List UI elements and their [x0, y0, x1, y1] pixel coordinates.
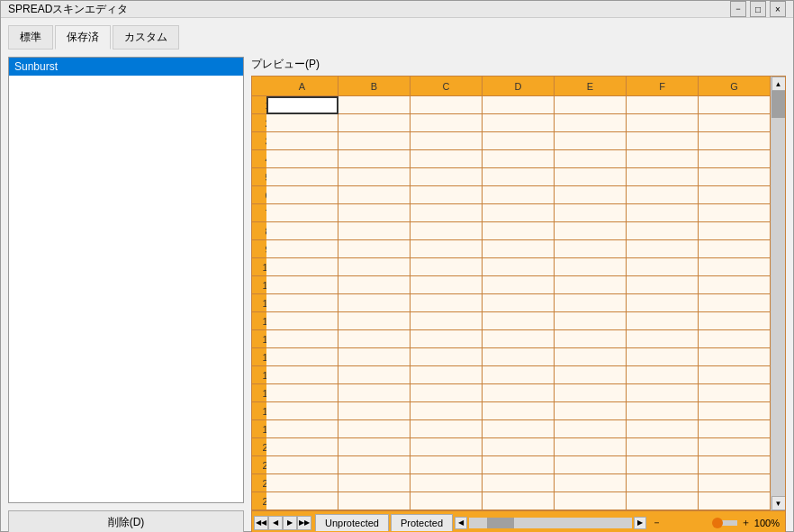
title-bar-controls: － □ ×	[730, 1, 786, 17]
horiz-scroll-thumb[interactable]	[487, 518, 514, 528]
tab-custom[interactable]: カスタム	[113, 25, 179, 50]
col-header-f: F	[627, 77, 699, 96]
grid-rows	[266, 96, 771, 510]
spreadsheet: 1 2 3 4 5 6 7 8 9 10 11	[251, 76, 786, 532]
zoom-slider[interactable]	[665, 520, 737, 526]
sheet-nav-first[interactable]: ◀◀	[254, 516, 268, 530]
table-row	[266, 294, 771, 312]
zoom-slider-fill	[665, 520, 716, 526]
cell-b1[interactable]	[338, 96, 411, 114]
table-row	[266, 96, 771, 114]
table-row	[266, 312, 771, 330]
table-row	[266, 168, 771, 186]
zoom-minus-button[interactable]: －	[652, 516, 662, 529]
col-header-b: B	[338, 77, 411, 96]
horiz-scroll-track[interactable]	[469, 518, 632, 528]
title-bar: SPREADスキンエディタ － □ ×	[1, 1, 793, 18]
scroll-down-button[interactable]: ▼	[771, 496, 786, 510]
scroll-track[interactable]	[771, 91, 786, 496]
zoom-slider-thumb[interactable]	[712, 518, 723, 528]
table-row	[266, 366, 771, 384]
sheet-nav-buttons: ◀◀ ◀ ▶ ▶▶	[254, 516, 311, 530]
col-header-d: D	[483, 77, 555, 96]
cell-f1[interactable]	[627, 96, 699, 114]
table-row	[266, 348, 771, 366]
scroll-left-button[interactable]: ◀	[455, 517, 467, 529]
skin-list[interactable]: Sunburst	[8, 57, 244, 503]
table-row	[266, 240, 771, 258]
table-row	[266, 114, 771, 132]
main-area: Sunburst 削除(D) プレビュー(P) 1 2	[8, 57, 786, 532]
window-title: SPREADスキンエディタ	[8, 2, 128, 17]
sheet-area: 1 2 3 4 5 6 7 8 9 10 11	[252, 77, 785, 510]
preview-label: プレビュー(P)	[251, 57, 786, 72]
tab-row: 標準 保存済 カスタム	[8, 25, 786, 50]
table-row	[266, 186, 771, 204]
tab-standard[interactable]: 標準	[8, 25, 53, 50]
table-row	[266, 276, 771, 294]
grid-wrapper: A B C D E F G	[266, 77, 771, 510]
cell-d1[interactable]	[483, 96, 555, 114]
sheet-tab-protected[interactable]: Protected	[391, 514, 453, 531]
table-row	[266, 492, 771, 510]
skin-item-sunburst[interactable]: Sunburst	[9, 58, 243, 76]
table-row	[266, 384, 771, 402]
scroll-thumb[interactable]	[771, 91, 786, 118]
sheet-nav-last[interactable]: ▶▶	[297, 516, 311, 530]
maximize-button[interactable]: □	[750, 1, 766, 17]
col-headers: A B C D E F G	[266, 77, 771, 96]
sheet-nav-prev[interactable]: ◀	[268, 516, 283, 530]
minimize-button[interactable]: －	[730, 1, 746, 17]
tab-saved[interactable]: 保存済	[55, 25, 111, 50]
table-row	[266, 150, 771, 168]
cell-a1[interactable]	[266, 96, 338, 114]
table-row	[266, 258, 771, 276]
sheet-tabs-bar: ◀◀ ◀ ▶ ▶▶ Unprotected Protected ◀	[252, 510, 785, 532]
col-header-g: G	[699, 77, 771, 96]
scroll-up-button[interactable]: ▲	[771, 77, 786, 91]
row-header-col: 1 2 3 4 5 6 7 8 9 10 11	[252, 77, 266, 510]
table-row	[266, 222, 771, 240]
delete-button[interactable]: 削除(D)	[8, 510, 244, 532]
cell-e1[interactable]	[555, 96, 627, 114]
table-row	[266, 204, 771, 222]
cell-g1[interactable]	[699, 96, 771, 114]
scroll-right-button[interactable]: ▶	[634, 517, 646, 529]
col-header-c: C	[411, 77, 483, 96]
table-row	[266, 402, 771, 420]
zoom-plus-button[interactable]: ＋	[741, 516, 751, 529]
table-row	[266, 474, 771, 492]
table-row	[266, 438, 771, 456]
sheet-nav-next[interactable]: ▶	[283, 516, 297, 530]
left-panel: Sunburst 削除(D)	[8, 57, 244, 532]
cell-c1[interactable]	[411, 96, 483, 114]
content-area: 標準 保存済 カスタム Sunburst 削除(D) プレビュー(P)	[1, 18, 793, 532]
main-window: SPREADスキンエディタ － □ × 標準 保存済 カスタム Sunburst…	[0, 0, 794, 532]
col-header-e: E	[555, 77, 627, 96]
zoom-bar: － ＋ 100%	[646, 516, 785, 529]
table-row	[266, 132, 771, 150]
col-header-a: A	[266, 77, 338, 96]
sheet-tab-unprotected[interactable]: Unprotected	[315, 514, 389, 531]
zoom-level-label: 100%	[754, 518, 780, 528]
close-button[interactable]: ×	[770, 1, 786, 17]
vertical-scrollbar[interactable]: ▲ ▼	[771, 77, 785, 510]
table-row	[266, 456, 771, 474]
right-panel: プレビュー(P) 1 2 3 4 5 6	[251, 57, 786, 532]
horizontal-scrollbar: ◀ ▶	[455, 516, 646, 530]
table-row	[266, 420, 771, 438]
table-row	[266, 330, 771, 348]
